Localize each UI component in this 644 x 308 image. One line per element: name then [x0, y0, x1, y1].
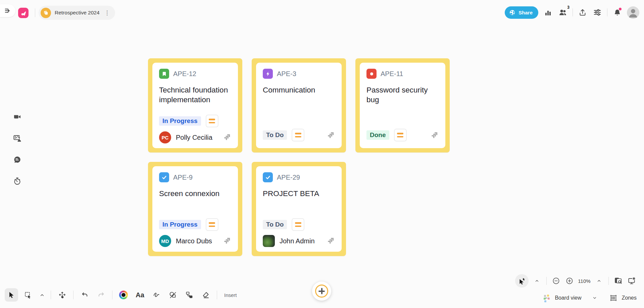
- text-tool[interactable]: Aa: [133, 288, 147, 302]
- board-title-pill[interactable]: Retrospective 2024 ⋮: [39, 6, 115, 20]
- zoom-bar: 110%: [515, 274, 637, 288]
- color-picker-tool[interactable]: [117, 288, 130, 302]
- priority-medium-icon[interactable]: [206, 218, 218, 231]
- status-badge: To Do: [263, 220, 287, 229]
- zoom-out-button[interactable]: [551, 276, 561, 286]
- insert-button[interactable]: Insert: [224, 292, 237, 298]
- card-inner: APE-12Technical foundation implementatio…: [152, 63, 238, 148]
- display-settings-icon[interactable]: [627, 276, 637, 286]
- view-bar: Board view Zones: [543, 292, 637, 304]
- board-view-chevron[interactable]: [590, 293, 600, 303]
- card-header: APE-29: [263, 172, 335, 182]
- jira-card-ape-9[interactable]: APE-9Screen connexionIn ProgressMDMarco …: [148, 162, 242, 256]
- jira-link-icon[interactable]: [223, 132, 232, 141]
- card-header: APE-11: [366, 69, 439, 79]
- cursors-expand-chevron[interactable]: [532, 276, 542, 286]
- status-badge: Done: [366, 130, 389, 140]
- settings-sliders-icon[interactable]: [592, 7, 602, 17]
- marquee-select-tool[interactable]: [21, 288, 35, 302]
- jira-card-ape-29[interactable]: APE-29PROJECT BETATo DoJohn Admin: [252, 162, 346, 256]
- zoom-divider: [608, 277, 609, 285]
- user-avatar[interactable]: [627, 6, 639, 19]
- pan-tool[interactable]: [55, 288, 69, 302]
- issue-title: Communication: [263, 85, 335, 95]
- card-inner: APE-29PROJECT BETATo DoJohn Admin: [256, 166, 342, 252]
- board-menu-button[interactable]: ⋮: [103, 10, 111, 16]
- jira-link-icon[interactable]: [430, 130, 439, 139]
- notifications-bell-icon[interactable]: [612, 7, 622, 17]
- jira-card-ape-12[interactable]: APE-12Technical foundation implementatio…: [148, 58, 242, 152]
- priority-medium-icon[interactable]: [292, 218, 304, 231]
- overview-search-icon[interactable]: [613, 276, 623, 286]
- card-header: APE-3: [263, 69, 335, 79]
- priority-medium-icon[interactable]: [394, 129, 407, 141]
- expand-sidebar-icon: [4, 7, 11, 14]
- sidebar-toggle-button[interactable]: [0, 4, 15, 17]
- cursors-toggle-button[interactable]: [515, 274, 529, 288]
- video-call-icon[interactable]: [12, 112, 22, 121]
- issue-title: Password security bug: [366, 85, 439, 105]
- plus-icon: [315, 285, 328, 298]
- card-header: APE-9: [159, 172, 231, 182]
- card-inner: APE-11Password security bugDone: [360, 63, 445, 148]
- add-element-button[interactable]: [312, 282, 331, 301]
- assignee-name: Marco Dubs: [176, 237, 212, 245]
- connector-tool[interactable]: [183, 288, 196, 302]
- jira-card-ape-11[interactable]: APE-11Password security bugDone: [355, 58, 450, 152]
- status-row: To Do: [263, 129, 304, 141]
- comments-icon[interactable]: [12, 155, 22, 164]
- zoom-level[interactable]: 110%: [578, 278, 591, 284]
- export-icon[interactable]: [578, 7, 588, 17]
- app-logo[interactable]: [18, 8, 29, 18]
- jira-link-icon[interactable]: [223, 236, 232, 245]
- issue-type-task-icon: [263, 172, 273, 182]
- participants-icon[interactable]: 3: [558, 7, 568, 17]
- status-badge: In Progress: [159, 220, 201, 229]
- header-divider: [573, 8, 573, 16]
- bottom-toolbar: Aa In: [5, 288, 237, 302]
- jira-card-ape-3[interactable]: APE-3CommunicationTo Do: [252, 58, 346, 152]
- issue-key: APE-11: [381, 70, 403, 78]
- stats-icon[interactable]: [543, 7, 553, 17]
- board-title: Retrospective 2024: [55, 10, 100, 16]
- issue-type-task-icon: [159, 172, 169, 182]
- priority-medium-icon[interactable]: [292, 129, 304, 141]
- presentation-icon[interactable]: [12, 133, 22, 143]
- zoom-in-button[interactable]: [564, 276, 575, 286]
- notification-dot: [619, 8, 622, 10]
- undo-button[interactable]: [78, 288, 91, 302]
- share-label: Share: [518, 10, 533, 15]
- zoom-divider: [546, 277, 547, 285]
- toolbar-divider: [112, 291, 112, 299]
- globe-icon: [509, 9, 516, 16]
- participants-count-badge: 3: [567, 5, 569, 10]
- zones-button[interactable]: Zones: [622, 295, 637, 301]
- status-row: In Progress: [159, 218, 218, 231]
- select-tool[interactable]: [5, 288, 18, 302]
- assignee-avatar-photo: [263, 235, 275, 247]
- card-inner: APE-3CommunicationTo Do: [256, 63, 342, 148]
- issue-key: APE-3: [277, 70, 296, 78]
- toolbar-divider: [217, 291, 217, 299]
- assignee-row: PCPolly Cecilia: [159, 131, 212, 143]
- draw-tool[interactable]: [150, 288, 163, 302]
- left-sidebar: [12, 112, 22, 186]
- share-button[interactable]: Share: [505, 6, 538, 19]
- issue-type-bolt-icon: [263, 69, 273, 79]
- board-view-selector[interactable]: Board view: [555, 295, 581, 301]
- board-icon: [41, 8, 51, 18]
- redo-button[interactable]: [94, 288, 108, 302]
- whiteboard-canvas[interactable]: Retrospective 2024 ⋮ Share: [0, 0, 644, 308]
- header-divider: [35, 8, 35, 17]
- shapes-tool[interactable]: [166, 288, 180, 302]
- issue-type-story-icon: [159, 69, 169, 79]
- card-inner: APE-9Screen connexionIn ProgressMDMarco …: [152, 166, 238, 252]
- jira-link-icon[interactable]: [327, 236, 336, 245]
- eraser-tool[interactable]: [199, 288, 212, 302]
- jira-link-icon[interactable]: [327, 130, 336, 139]
- tool-expand-chevron[interactable]: [38, 288, 46, 302]
- assignee-name: John Admin: [280, 237, 315, 245]
- zoom-expand-chevron[interactable]: [594, 276, 604, 286]
- timer-icon[interactable]: [12, 176, 22, 186]
- priority-medium-icon[interactable]: [206, 115, 218, 127]
